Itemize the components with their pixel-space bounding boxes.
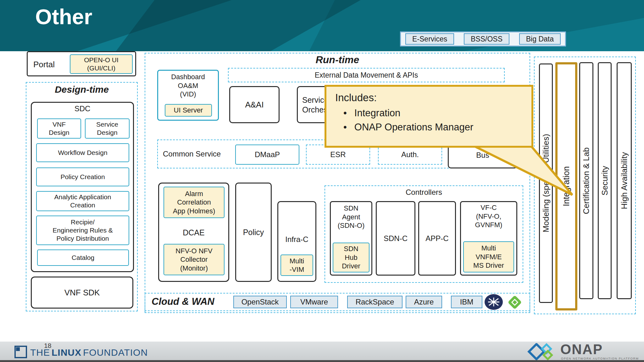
top-button-group: E-Services BSS/OSS Big Data: [400, 31, 566, 47]
cloud-wan-title: Cloud & WAN: [152, 296, 214, 307]
callout-box: Includes: • Integration • ONAP Operation…: [325, 85, 533, 148]
policy-box: Policy: [235, 183, 272, 282]
app-c-box: APP-C: [418, 201, 456, 276]
service-design-box: Service Design: [85, 118, 130, 139]
dcae-label: DCAE: [158, 228, 229, 237]
aai-box: A&AI: [229, 86, 280, 123]
onap-diamonds-icon: [527, 343, 558, 360]
bar-high-availability: High Availability: [617, 62, 632, 299]
rackspace-button: RackSpace: [347, 296, 402, 308]
juniper-network-icon: [485, 294, 503, 310]
multi-vnfm-driver-box: Multi VNFM/E MS Driver: [463, 241, 514, 272]
big-data-button: Big Data: [519, 33, 561, 45]
analytic-application-creation-box: Analytic Application Creation: [36, 191, 129, 211]
slide-title: Other: [35, 4, 92, 29]
ui-server-box: UI Server: [165, 104, 212, 117]
vmware-button: VMware: [290, 296, 338, 308]
dashboard-oam-label: Dashboard OA&M (VID): [158, 71, 218, 99]
callout-tail: [465, 145, 585, 200]
callout-bullet-2-text: ONAP Operations Manager: [354, 120, 474, 134]
lf-linux: LINUX: [52, 347, 81, 358]
dmaap-box: DMaaP: [235, 145, 299, 165]
nfv-collector-box: NFV-O NFV Collector (Monitor): [164, 244, 225, 275]
openstack-button: OpenStack: [233, 296, 287, 308]
callout-heading: Includes:: [335, 92, 523, 104]
bullet-dot: •: [343, 120, 347, 134]
bottom-edge-strip: [0, 360, 644, 362]
open-o-ui-box: OPEN-O UI (GUI/CLI): [70, 54, 133, 74]
lf-foundation: FOUNDATION: [83, 347, 148, 358]
infra-c-label: Infra-C: [277, 235, 316, 244]
callout-bullet-2: • ONAP Operations Manager: [343, 120, 523, 134]
vf-c-label: VF-C (NFV-O, GVNFM): [461, 202, 516, 229]
bar-high-availability-label: High Availability: [619, 152, 629, 209]
common-service-label: Common Service: [163, 140, 221, 168]
green-cube-icon: [507, 295, 523, 310]
workflow-design-box: Workflow Design: [36, 143, 129, 162]
vnf-design-box: VNF Design: [37, 118, 81, 139]
catalog-box: Catalog: [37, 250, 129, 266]
callout-bullet-1: • Integration: [343, 106, 523, 120]
azure-button: Azure: [406, 296, 442, 308]
lf-the: THE: [30, 347, 50, 358]
sdn-hub-driver-box: SDN Hub Driver: [333, 243, 369, 272]
bar-security: Security: [598, 62, 612, 299]
sdc-title: SDC: [31, 104, 134, 113]
bss-oss-button: BSS/OSS: [464, 33, 509, 45]
sdn-agent-label: SDN Agent (SDN-O): [331, 202, 371, 230]
slide: Other E-Services BSS/OSS Big Data Portal…: [0, 0, 644, 362]
policy-creation-box: Policy Creation: [36, 167, 129, 186]
linux-foundation-icon: [14, 346, 27, 358]
onap-tagline: OPEN NETWORK AUTOMATION PLATFORM: [561, 357, 639, 360]
external-data-movement-box: External Data Movement & APIs: [228, 68, 505, 82]
bullet-dot: •: [343, 106, 347, 120]
e-services-button: E-Services: [405, 33, 454, 45]
ibm-button: IBM: [451, 296, 482, 308]
footer-band: 18 THE LINUX FOUNDATION ONAP OPEN NETWOR…: [0, 342, 644, 362]
bar-security-label: Security: [600, 166, 610, 195]
callout-bullet-1-text: Integration: [354, 106, 401, 120]
linux-foundation-logo: THE LINUX FOUNDATION: [30, 347, 148, 358]
dashboard-oam-box: Dashboard OA&M (VID) UI Server: [157, 70, 219, 121]
vnf-sdk-box: VNF SDK: [31, 277, 133, 309]
sdn-c-box: SDN-C: [376, 201, 415, 276]
multi-vim-box: Multi -VIM: [280, 255, 313, 276]
onap-logo-text: ONAP: [560, 342, 603, 357]
portal-label: Portal: [33, 60, 55, 69]
portal-box: Portal OPEN-O UI (GUI/CLI): [27, 51, 136, 76]
recipie-engineering-rules-box: Recipie/ Engineering Rules & Policy Dist…: [36, 216, 129, 245]
run-time-title: Run-time: [145, 54, 530, 66]
design-time-title: Design-time: [26, 84, 138, 95]
alarm-correlation-box: Alarm Correlation App (Holmes): [164, 187, 225, 218]
